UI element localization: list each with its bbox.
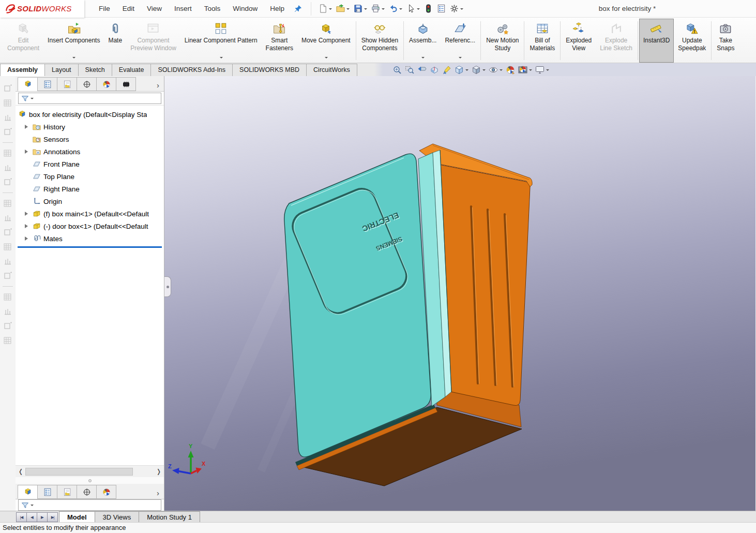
chevron-down-icon[interactable] <box>72 57 75 60</box>
edit-appearance-button[interactable] <box>504 64 517 76</box>
pin-toolbar-button[interactable] <box>294 4 303 13</box>
view-orientation-button[interactable] <box>453 64 470 76</box>
chevron-down-icon[interactable] <box>460 8 463 11</box>
configurationmanager-tab[interactable] <box>57 485 77 499</box>
previous-view-button[interactable] <box>416 64 428 76</box>
zoom-area-button[interactable] <box>403 64 416 76</box>
display-style-button[interactable] <box>470 64 487 76</box>
tree-item-mates[interactable]: Mates <box>16 232 164 245</box>
exploded-view-button[interactable]: ExplodedView <box>562 19 596 63</box>
tab-model[interactable]: Model <box>59 511 95 522</box>
tab-nav-previous-button[interactable]: ◀ <box>26 512 37 522</box>
apply-scene-button[interactable] <box>517 64 534 76</box>
chevron-down-icon[interactable] <box>382 8 385 11</box>
tree-filter-input-bottom[interactable] <box>18 499 161 511</box>
new-document-button[interactable] <box>316 3 334 14</box>
tab-solidworks-mbd[interactable]: SOLIDWORKS MBD <box>232 64 307 76</box>
chevron-down-icon[interactable] <box>546 69 549 72</box>
new-motion-study-button[interactable]: New MotionStudy <box>482 19 523 63</box>
print-button[interactable] <box>369 3 387 14</box>
dimxpertmanager-tab[interactable] <box>77 77 97 91</box>
update-speedpak-button[interactable]: UpdateSpeedpak <box>674 19 710 63</box>
tab-evaluate[interactable]: Evaluate <box>112 64 152 76</box>
tree-item-door-box-1-default-default[interactable]: (-) door box<1> (Default<<Default <box>16 220 164 232</box>
instant3d-button[interactable]: Instant3D <box>639 19 674 63</box>
menu-window[interactable]: Window <box>226 1 264 17</box>
linear-component-pattern-button[interactable]: Linear Component Pattern <box>180 19 262 63</box>
tree-item-history[interactable]: History <box>16 121 164 133</box>
propertymanager-tab[interactable] <box>37 77 57 91</box>
menu-insert[interactable]: Insert <box>168 1 198 17</box>
displaymanager-tab[interactable] <box>96 485 116 499</box>
view-settings-button[interactable] <box>534 64 551 76</box>
zoom-fit-button[interactable] <box>391 64 403 76</box>
chevron-down-icon[interactable] <box>329 8 332 11</box>
tab-layout[interactable]: Layout <box>44 64 79 76</box>
panel-splitter[interactable] <box>16 477 164 484</box>
chevron-down-icon[interactable] <box>399 8 402 11</box>
tab-sketch[interactable]: Sketch <box>78 64 112 76</box>
reference-geometry-button[interactable]: Referenc... <box>441 19 479 63</box>
scroll-right-icon[interactable]: ❭ <box>155 468 162 475</box>
annotation-view-button[interactable]: A <box>441 64 453 76</box>
hide-show-items-button[interactable] <box>487 64 504 76</box>
scroll-left-icon[interactable]: ❬ <box>17 468 24 475</box>
configurationmanager-tab[interactable] <box>57 77 77 91</box>
tree-filter-input[interactable] <box>18 93 161 104</box>
rollback-bar[interactable] <box>18 246 162 248</box>
panel-horizontal-scrollbar[interactable]: ❬ ❭ <box>16 465 164 477</box>
chevron-down-icon[interactable] <box>421 57 425 60</box>
chevron-down-icon[interactable] <box>417 8 420 11</box>
save-button[interactable] <box>352 3 369 14</box>
tree-item-origin[interactable]: Origin <box>16 195 164 208</box>
bill-of-materials-button[interactable]: Bill ofMaterials <box>525 19 559 63</box>
propertymanager-tab[interactable] <box>37 485 57 499</box>
displaymanager-tab[interactable] <box>96 77 116 91</box>
tab-nav-next-button[interactable]: ▶ <box>37 512 48 522</box>
settings-gear-button[interactable] <box>448 3 465 14</box>
menu-view[interactable]: View <box>141 1 168 17</box>
panel-viewport-splitter[interactable] <box>164 276 171 297</box>
tree-item-f-box-main-1-default-default[interactable]: (f) box main<1> (Default<<Default <box>16 208 164 220</box>
chevron-down-icon[interactable] <box>346 8 350 11</box>
expand-arrow-icon[interactable] <box>25 150 32 154</box>
tab-nav-first-button[interactable]: |◀ <box>16 512 27 522</box>
dimxpertmanager-tab[interactable] <box>77 485 97 499</box>
tree-item-annotations[interactable]: AAnnotations <box>16 145 164 158</box>
take-snapshot-button[interactable]: TakeSnaps <box>713 19 738 63</box>
menu-file[interactable]: File <box>93 1 116 17</box>
show-hidden-components-button[interactable]: Show HiddenComponents <box>357 19 402 63</box>
tab-solidworks-add-ins[interactable]: SOLIDWORKS Add-Ins <box>150 64 233 76</box>
tree-item-right-plane[interactable]: Right Plane <box>16 183 164 195</box>
graphics-viewport[interactable]: ELECTRIC ELECTRIC SIEMENS SIEMENS Y Z X <box>164 76 756 511</box>
expand-arrow-icon[interactable] <box>25 236 32 241</box>
insert-components-button[interactable]: Insert Components <box>43 19 104 63</box>
tree-item-box-for-electrisity-default-di[interactable]: box for electrisity (Default<Display Sta <box>16 108 164 121</box>
smart-fasteners-button[interactable]: SmartFasteners <box>262 19 297 63</box>
panel-expand-icon[interactable]: › <box>157 81 163 91</box>
tab-circuitworks[interactable]: CircuitWorks <box>306 64 357 76</box>
select-cursor-button[interactable] <box>404 3 422 14</box>
undo-button[interactable] <box>387 3 404 14</box>
chevron-down-icon[interactable] <box>465 69 468 72</box>
menu-tools[interactable]: Tools <box>198 1 227 17</box>
tree-item-front-plane[interactable]: Front Plane <box>16 158 164 170</box>
pin-icon[interactable] <box>294 4 303 13</box>
chevron-down-icon[interactable] <box>529 69 532 72</box>
tree-item-top-plane[interactable]: Top Plane <box>16 170 164 183</box>
mate-button[interactable]: Mate <box>104 19 126 63</box>
rebuild-button[interactable] <box>422 3 435 14</box>
featuremanager-tab[interactable] <box>18 77 38 91</box>
tree-item-sensors[interactable]: Sensors <box>16 133 164 145</box>
panel-expand-icon[interactable]: › <box>157 488 163 499</box>
expand-arrow-icon[interactable] <box>25 224 32 228</box>
expand-arrow-icon[interactable] <box>25 125 32 129</box>
chevron-down-icon[interactable] <box>364 8 367 11</box>
addins-tab[interactable] <box>116 77 136 91</box>
chevron-down-icon[interactable] <box>220 57 223 60</box>
menu-help[interactable]: Help <box>264 1 291 17</box>
chevron-down-icon[interactable] <box>459 57 462 60</box>
options-list-button[interactable] <box>435 3 448 14</box>
scrollbar-thumb[interactable] <box>25 468 133 476</box>
tab-nav-last-button[interactable]: ▶| <box>47 512 58 522</box>
